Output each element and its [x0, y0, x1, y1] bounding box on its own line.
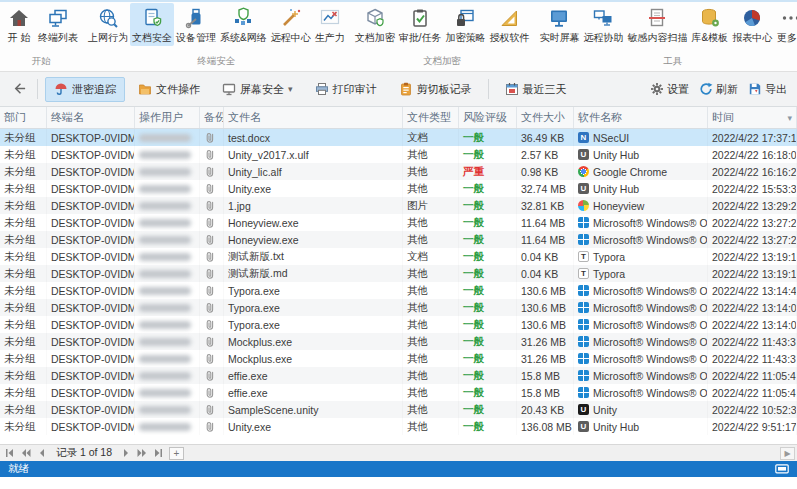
table-row[interactable]: 未分组DESKTOP-0VIDMDJtest.docx文档一般36.49 KBN…	[0, 129, 797, 146]
cell-department: 未分组	[0, 418, 47, 435]
append-record-button[interactable]: +	[169, 447, 184, 460]
windows-app-icon	[578, 370, 589, 381]
refresh-button[interactable]: 刷新	[699, 82, 738, 97]
column-header-3[interactable]: 备份	[200, 107, 224, 128]
ribbon-item-web-behavior[interactable]: 上网行为	[86, 3, 130, 46]
paperclip-icon[interactable]	[204, 148, 216, 161]
first-record-button[interactable]	[2, 446, 18, 460]
ribbon-item-home[interactable]: 开 始	[2, 3, 36, 46]
software-name: NSecUI	[593, 132, 629, 144]
paperclip-icon[interactable]	[204, 165, 216, 178]
back-button[interactable]	[6, 77, 32, 101]
cell-software: Microsoft® Windows® Oper...	[574, 384, 708, 401]
cell-filetype: 其他	[403, 401, 459, 418]
cell-filename: Mockplus.exe	[224, 350, 403, 367]
column-header-8[interactable]: 软件名称	[574, 107, 708, 128]
ribbon-item-more[interactable]: 更多...	[774, 3, 797, 46]
table-row[interactable]: 未分组DESKTOP-0VIDMDJUnity.exe其他一般136.08 MB…	[0, 418, 797, 435]
ribbon-item-terminal-list[interactable]: 终端列表	[36, 3, 80, 46]
table-row[interactable]: 未分组DESKTOP-0VIDMDJ测试新版.md其他一般0.04 KBTTyp…	[0, 265, 797, 282]
table-row[interactable]: 未分组DESKTOP-0VIDMDJTypora.exe其他一般130.6 MB…	[0, 299, 797, 316]
library-template-icon	[698, 6, 722, 30]
ribbon-item-system-network[interactable]: 系统&网络	[218, 3, 269, 46]
column-header-6[interactable]: 风险评级	[459, 107, 517, 128]
paperclip-icon[interactable]	[204, 301, 216, 314]
paperclip-icon[interactable]	[204, 216, 216, 229]
ribbon-item-approval-task[interactable]: 审批/任务	[397, 3, 444, 46]
cell-software: Microsoft® Windows® Oper...	[574, 333, 708, 350]
prev-page-button[interactable]	[18, 446, 34, 460]
ribbon-item-doc-encrypt[interactable]: 文档加密	[353, 3, 397, 46]
toolbar-tab-leak-trace[interactable]: 泄密追踪	[45, 77, 125, 102]
ribbon-item-doc-security[interactable]: 文档安全	[130, 3, 174, 46]
paperclip-icon[interactable]	[204, 335, 216, 348]
ribbon-item-encrypt-policy[interactable]: 加密策略	[443, 3, 487, 46]
table-row[interactable]: 未分组DESKTOP-0VIDMDJHoneyview.exe其他一般11.64…	[0, 214, 797, 231]
paperclip-icon[interactable]	[204, 318, 216, 331]
prev-record-button[interactable]	[34, 446, 50, 460]
paperclip-icon[interactable]	[204, 369, 216, 382]
paperclip-icon[interactable]	[204, 284, 216, 297]
toolbar-tab-clipboard-record[interactable]: 剪切板记录	[390, 77, 481, 102]
hscroll-right-button[interactable]: ▶	[780, 447, 795, 460]
column-header-4[interactable]: 文件名	[224, 107, 403, 128]
paperclip-icon[interactable]	[204, 403, 216, 416]
status-text: 就绪	[8, 462, 29, 476]
next-page-button[interactable]	[134, 446, 150, 460]
column-header-7[interactable]: 文件大小	[517, 107, 574, 128]
ribbon-item-device-manage[interactable]: 设备管理	[174, 3, 218, 46]
column-header-0[interactable]: 部门	[0, 107, 47, 128]
export-button[interactable]: 导出	[748, 82, 787, 97]
table-row[interactable]: 未分组DESKTOP-0VIDMDJMockplus.exe其他一般31.26 …	[0, 333, 797, 350]
column-header-9[interactable]: 时间▾	[708, 107, 797, 128]
table-row[interactable]: 未分组DESKTOP-0VIDMDJHoneyview.exe其他一般11.64…	[0, 231, 797, 248]
toolbar-tab-calendar[interactable]: 最近三天	[496, 77, 576, 102]
paperclip-icon[interactable]	[204, 250, 216, 263]
column-filter-icon[interactable]: ▾	[787, 113, 792, 123]
operator-redacted	[139, 355, 191, 363]
toolbar-tab-print-audit[interactable]: 打印审计	[306, 77, 386, 102]
ribbon-item-licensed-software[interactable]: 授权软件	[487, 3, 531, 46]
ribbon-item-live-screen[interactable]: 实时屏幕	[537, 3, 581, 46]
ribbon-item-productivity[interactable]: 生产力	[313, 3, 347, 46]
ribbon-item-sensitive-scan[interactable]: 敏感内容扫描	[625, 3, 689, 46]
table-row[interactable]: 未分组DESKTOP-0VIDMDJUnity_v2017.x.ulf其他一般2…	[0, 146, 797, 163]
agent-monitor-icon[interactable]	[775, 464, 789, 475]
table-row[interactable]: 未分组DESKTOP-0VIDMDJ测试新版.txt文档一般0.04 KBTTy…	[0, 248, 797, 265]
table-row[interactable]: 未分组DESKTOP-0VIDMDJ1.jpg图片一般32.81 KBHoney…	[0, 197, 797, 214]
next-record-button[interactable]	[118, 446, 134, 460]
table-row[interactable]: 未分组DESKTOP-0VIDMDJMockplus.exe其他一般31.26 …	[0, 350, 797, 367]
risk-badge: 一般	[463, 318, 484, 332]
ribbon-item-library-template[interactable]: 库&模板	[689, 3, 730, 46]
paperclip-icon[interactable]	[204, 386, 216, 399]
ribbon-item-label: 实时屏幕	[539, 31, 579, 45]
paperclip-icon[interactable]	[204, 267, 216, 280]
cell-filename: Typora.exe	[224, 299, 403, 316]
table-row[interactable]: 未分组DESKTOP-0VIDMDJeffie.exe其他一般15.8 MBMi…	[0, 367, 797, 384]
table-row[interactable]: 未分组DESKTOP-0VIDMDJUnity_lic.alf其他严重0.98 …	[0, 163, 797, 180]
toolbar-tab-screen-security[interactable]: 屏幕安全▾	[213, 77, 302, 102]
table-row[interactable]: 未分组DESKTOP-0VIDMDJTypora.exe其他一般130.6 MB…	[0, 316, 797, 333]
paperclip-icon[interactable]	[204, 420, 216, 433]
paperclip-icon[interactable]	[204, 352, 216, 365]
column-header-2[interactable]: 操作用户	[135, 107, 200, 128]
gear-button[interactable]: 设置	[650, 82, 689, 97]
operator-redacted	[139, 423, 191, 431]
risk-badge: 一般	[463, 369, 484, 383]
ribbon-item-remote-assist[interactable]: 远程协助	[581, 3, 625, 46]
table-row[interactable]: 未分组DESKTOP-0VIDMDJTypora.exe其他一般130.6 MB…	[0, 282, 797, 299]
last-record-button[interactable]	[150, 446, 166, 460]
table-row[interactable]: 未分组DESKTOP-0VIDMDJSampleScene.unity其他一般2…	[0, 401, 797, 418]
table-row[interactable]: 未分组DESKTOP-0VIDMDJeffie.exe其他一般15.8 MBMi…	[0, 384, 797, 401]
paperclip-icon[interactable]	[204, 233, 216, 246]
column-header-1[interactable]: 终端名	[47, 107, 135, 128]
paperclip-icon[interactable]	[204, 182, 216, 195]
paperclip-icon[interactable]	[204, 199, 216, 212]
toolbar-tab-file-operation[interactable]: 文件操作	[129, 77, 209, 102]
ribbon-item-report-center[interactable]: 报表中心	[730, 3, 774, 46]
paperclip-icon[interactable]	[204, 131, 216, 144]
column-header-5[interactable]: 文件类型	[403, 107, 459, 128]
cell-operator	[135, 333, 200, 350]
ribbon-item-remote-center[interactable]: 远程中心	[269, 3, 313, 46]
table-row[interactable]: 未分组DESKTOP-0VIDMDJUnity.exe其他一般32.74 MBU…	[0, 180, 797, 197]
